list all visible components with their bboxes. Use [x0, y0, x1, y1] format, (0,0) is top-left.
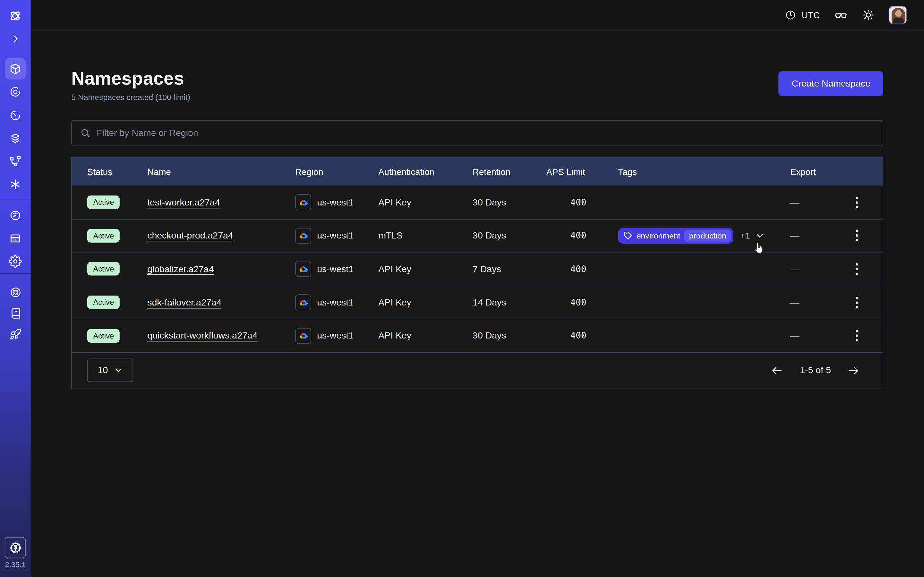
- timezone-button[interactable]: UTC: [785, 9, 820, 21]
- table-footer: 10 1-5 of 5: [72, 352, 883, 388]
- table-row[interactable]: Activesdk-failover.a27a4us-west1API Key1…: [72, 285, 883, 319]
- sidebar-item-usage[interactable]: [5, 205, 26, 226]
- column-header-tags: Tags: [603, 166, 775, 176]
- timezone-label: UTC: [801, 10, 820, 20]
- filter-input[interactable]: [97, 128, 883, 139]
- app-version: 2.35.1: [0, 561, 31, 569]
- sidebar-expand-button[interactable]: [5, 28, 26, 49]
- status-badge: Active: [87, 195, 120, 209]
- dollar-badge-icon: [9, 542, 21, 554]
- tags-cell: environmentproduction+1: [603, 228, 775, 244]
- status-cell: Active: [72, 229, 132, 242]
- name-cell: sdk-failover.a27a4: [132, 297, 280, 308]
- sidebar-item-batch[interactable]: [5, 174, 26, 195]
- namespace-link[interactable]: test-worker.a27a4: [147, 197, 220, 208]
- export-cell: —: [775, 261, 883, 277]
- create-namespace-button[interactable]: Create Namespace: [779, 71, 883, 96]
- sidebar: 2.35.1: [0, 0, 31, 577]
- table-row[interactable]: Activecheckout-prod.a27a4us-west1mTLS30 …: [72, 219, 883, 252]
- authentication-cell: API Key: [363, 330, 457, 341]
- namespaces-table: Status Name Region Authentication Retent…: [71, 157, 883, 389]
- retention-cell: 7 Days: [457, 264, 531, 274]
- sidebar-item-billing[interactable]: [5, 228, 26, 249]
- sidebar-item-namespaces[interactable]: [5, 58, 26, 79]
- temporal-logo-icon[interactable]: [5, 5, 26, 27]
- gcp-region-icon: [298, 332, 308, 340]
- authentication-cell: API Key: [363, 197, 457, 208]
- aps-limit-cell: 400: [531, 264, 603, 274]
- sun-icon: [862, 9, 875, 21]
- name-cell: test-worker.a27a4: [132, 197, 280, 208]
- timer-icon: [9, 109, 22, 122]
- export-value: —: [790, 197, 799, 208]
- authentication-cell: API Key: [363, 297, 457, 308]
- aps-limit-cell: 400: [531, 230, 603, 241]
- table-row[interactable]: Activequickstart-workflows.a27a4us-west1…: [72, 319, 883, 352]
- pricing-button[interactable]: [5, 537, 26, 558]
- namespace-link[interactable]: quickstart-workflows.a27a4: [147, 330, 257, 341]
- name-cell: globalizer.a27a4: [132, 264, 280, 274]
- kebab-menu-icon[interactable]: [853, 194, 861, 211]
- page-size-value: 10: [98, 366, 108, 376]
- topbar: UTC: [31, 0, 924, 31]
- cloud-provider-icon-box: [295, 295, 311, 311]
- cloud-provider-icon-box: [295, 261, 311, 277]
- table-row[interactable]: Activeglobalizer.a27a4us-west1API Key7 D…: [72, 252, 883, 285]
- sidebar-item-deployments[interactable]: [5, 128, 26, 149]
- tag-key: environment: [636, 231, 680, 240]
- user-avatar[interactable]: [889, 6, 907, 24]
- sidebar-item-getting-started[interactable]: [5, 323, 26, 344]
- cloud-provider-icon-box: [295, 327, 311, 343]
- aps-limit-cell: 400: [531, 330, 603, 341]
- page-size-select[interactable]: 10: [87, 359, 133, 382]
- arrow-left-icon: [771, 364, 783, 377]
- table-header-row: Status Name Region Authentication Retent…: [72, 157, 883, 185]
- region-label: us-west1: [317, 197, 354, 208]
- retention-cell: 30 Days: [457, 230, 531, 241]
- sidebar-item-docs[interactable]: [5, 302, 26, 323]
- labs-toggle-button[interactable]: [834, 8, 848, 22]
- export-value: —: [790, 330, 799, 341]
- tag-value: production: [684, 229, 731, 242]
- column-header-region: Region: [280, 166, 363, 176]
- sidebar-item-settings[interactable]: [5, 251, 26, 272]
- sidebar-item-nexus[interactable]: [5, 151, 26, 172]
- table-row[interactable]: Activetest-worker.a27a4us-west1API Key30…: [72, 185, 883, 219]
- tags-expand-button[interactable]: [755, 231, 764, 240]
- previous-page-button[interactable]: [771, 364, 783, 377]
- tags-more-count: +1: [740, 231, 750, 240]
- export-value: —: [790, 297, 799, 308]
- region-label: us-west1: [317, 330, 354, 341]
- sidebar-divider: [0, 273, 31, 274]
- kebab-menu-icon[interactable]: [853, 261, 861, 277]
- export-cell: —: [775, 327, 883, 344]
- rocket-icon: [9, 327, 21, 340]
- sidebar-item-workflows[interactable]: [5, 81, 26, 102]
- authentication-cell: API Key: [363, 264, 457, 274]
- main-content: Namespaces 5 Namespaces created (100 lim…: [31, 31, 924, 577]
- kebab-menu-icon[interactable]: [853, 294, 861, 311]
- tag-pill[interactable]: environmentproduction: [618, 228, 733, 244]
- layers-icon: [9, 132, 22, 145]
- column-header-aps-limit: APS Limit: [531, 166, 603, 176]
- region-label: us-west1: [317, 297, 354, 308]
- namespace-link[interactable]: globalizer.a27a4: [147, 264, 214, 274]
- kebab-menu-icon[interactable]: [853, 227, 861, 244]
- theme-toggle-button[interactable]: [862, 9, 875, 21]
- sidebar-item-support[interactable]: [5, 282, 26, 303]
- sidebar-item-schedules[interactable]: [5, 105, 26, 126]
- cloud-provider-icon-box: [295, 195, 311, 211]
- branch-icon: [9, 155, 22, 168]
- export-cell: —: [775, 194, 883, 211]
- region-label: us-west1: [317, 264, 354, 274]
- kebab-menu-icon[interactable]: [853, 327, 861, 344]
- export-value: —: [790, 230, 799, 241]
- namespace-link[interactable]: sdk-failover.a27a4: [147, 297, 221, 308]
- gauge-icon: [9, 209, 22, 222]
- life-ring-icon: [9, 286, 21, 298]
- namespace-link[interactable]: checkout-prod.a27a4: [147, 230, 233, 241]
- next-page-button[interactable]: [847, 364, 860, 377]
- gear-icon: [9, 255, 22, 268]
- page-title: Namespaces: [71, 68, 190, 89]
- column-header-export: Export: [775, 166, 883, 176]
